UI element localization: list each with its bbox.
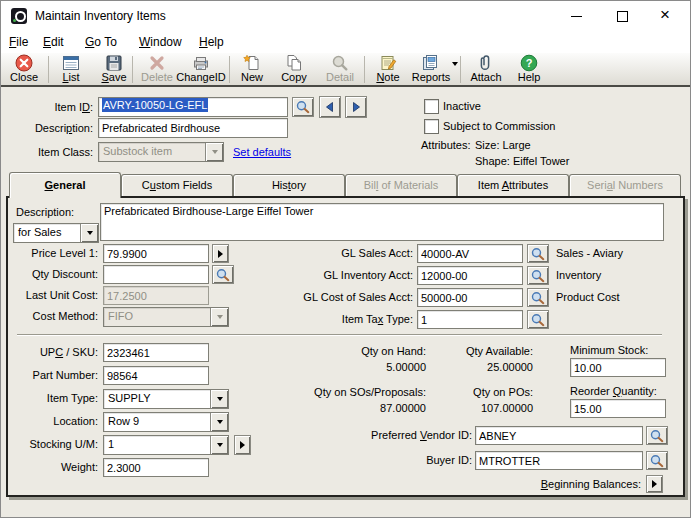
description-input[interactable] (98, 118, 288, 138)
item-class-label: Item Class: (1, 146, 93, 158)
menu-window[interactable]: Window (139, 35, 182, 49)
cost-method-label: Cost Method: (8, 310, 98, 322)
item-type-dropdown[interactable]: SUPPLY (103, 389, 229, 409)
general-tab-panel: Description: for Sales Prefabricated Bir… (6, 196, 685, 497)
toolbar-button-change-id[interactable]: ChangeID (174, 54, 228, 85)
stocking-um-dropdown[interactable]: 1 (103, 435, 229, 455)
item-id-input[interactable]: AVRY-10050-LG-EFL (98, 97, 288, 117)
magnifier-icon (649, 429, 665, 443)
item-class-dropdown: Substock item (98, 142, 224, 162)
upc-sku-label: UPC / SKU: (8, 346, 98, 358)
stocking-um-arrow-button[interactable] (234, 435, 251, 455)
weight-label: Weight: (8, 461, 98, 473)
minimize-icon (571, 16, 582, 17)
tab-item-attributes[interactable]: Item Attributes (457, 174, 569, 196)
save-icon (93, 54, 135, 72)
gl-inventory-acct-label: GL Inventory Acct: (208, 269, 413, 281)
title-bar: Maintain Inventory Items × (1, 1, 690, 31)
last-unit-cost-label: Last Unit Cost: (8, 289, 98, 301)
reports-icon (407, 54, 455, 72)
sales-description-textarea[interactable]: Prefabricated Birdhouse-Large Eiffel Tow… (100, 203, 664, 241)
record-prev-button[interactable] (319, 96, 341, 118)
qty-on-sos-value: 87.00000 (268, 402, 426, 414)
tab-general[interactable]: General (9, 172, 121, 198)
arrow-left-icon (324, 101, 336, 113)
close-window-button[interactable]: × (646, 1, 691, 31)
toolbar-button-help[interactable]: ? Help (509, 54, 549, 85)
item-id-lookup-button[interactable] (292, 97, 314, 117)
toolbar-separator (364, 56, 365, 83)
reorder-quantity-input[interactable] (570, 399, 666, 418)
arrow-right-icon (350, 101, 362, 113)
toolbar-button-save[interactable]: Save (93, 54, 135, 85)
location-label: Location: (8, 415, 98, 427)
item-tax-type-input[interactable] (417, 310, 523, 329)
menu-edit[interactable]: Edit (43, 35, 64, 49)
toolbar-button-delete: Delete (135, 54, 179, 85)
close-icon: × (660, 5, 670, 25)
menu-go-to[interactable]: Go To (85, 35, 117, 49)
buyer-id-lookup-button[interactable] (646, 451, 668, 470)
qty-on-pos-value: 107.00000 (433, 402, 533, 414)
maintain-inventory-items-window: Maintain Inventory Items × File Edit Go … (0, 0, 691, 518)
gl-cost-of-sales-acct-lookup-button[interactable] (527, 288, 549, 307)
beginning-balances-button[interactable] (646, 475, 663, 493)
qty-discount-input[interactable] (103, 265, 209, 284)
toolbar: Close List Save Delete ChangeID New Copy (1, 53, 690, 87)
preferred-vendor-lookup-button[interactable] (646, 426, 668, 445)
toolbar-separator (229, 56, 230, 83)
tab-history[interactable]: History (233, 174, 345, 196)
minimize-button[interactable] (554, 1, 599, 31)
buyer-id-input[interactable] (475, 451, 643, 470)
gl-inventory-acct-lookup-button[interactable] (527, 266, 549, 285)
toolbar-button-detail: Detail (318, 54, 362, 85)
toolbar-button-copy[interactable]: Copy (272, 54, 316, 85)
part-number-label: Part Number: (8, 369, 98, 381)
inactive-checkbox[interactable] (424, 99, 439, 114)
magnifier-icon (649, 454, 665, 468)
menu-bar: File Edit Go To Window Help (1, 31, 690, 53)
item-tax-type-lookup-button[interactable] (527, 310, 549, 329)
tab-bill-of-materials: Bill of Materials (345, 174, 457, 196)
attributes-label: Attributes: (421, 139, 471, 151)
item-id-label: Item ID: (1, 101, 93, 113)
qty-available-label: Qty Available: (433, 345, 533, 357)
maximize-button[interactable] (600, 1, 645, 31)
weight-input[interactable] (103, 458, 209, 477)
gl-inventory-acct-name: Inventory (556, 269, 601, 281)
menu-help[interactable]: Help (199, 35, 224, 49)
gl-cost-of-sales-acct-name: Product Cost (556, 291, 620, 303)
set-defaults-link[interactable]: Set defaults (233, 146, 291, 158)
toolbar-button-attach[interactable]: Attach (463, 54, 509, 85)
toolbar-button-new[interactable]: New (232, 54, 272, 85)
toolbar-button-list[interactable]: List (51, 54, 91, 85)
gl-sales-acct-lookup-button[interactable] (527, 244, 549, 263)
detail-icon (318, 54, 362, 72)
location-dropdown[interactable]: Row 9 (103, 412, 229, 432)
gl-inventory-acct-input[interactable] (417, 266, 523, 285)
item-tax-type-label: Item Tax Type: (208, 313, 413, 325)
toolbar-button-close[interactable]: Close (3, 54, 45, 85)
gl-sales-acct-input[interactable] (417, 244, 523, 263)
tab-custom-fields[interactable]: Custom Fields (121, 174, 233, 196)
stocking-um-label: Stocking U/M: (8, 438, 98, 450)
price-level-1-input[interactable] (103, 244, 209, 263)
part-number-input[interactable] (103, 366, 209, 385)
qty-on-hand-label: Qty on Hand: (268, 345, 426, 357)
upc-sku-input[interactable] (103, 343, 209, 362)
description-mode-dropdown[interactable]: for Sales (13, 223, 99, 243)
help-icon: ? (509, 54, 549, 72)
gl-sales-acct-name: Sales - Aviary (556, 247, 623, 259)
record-next-button[interactable] (345, 96, 367, 118)
delete-icon (135, 54, 179, 72)
chevron-down-icon (205, 143, 223, 161)
minimum-stock-input[interactable] (570, 358, 666, 377)
chevron-down-icon (210, 413, 228, 431)
menu-file[interactable]: File (9, 35, 28, 49)
toolbar-button-note[interactable]: Note (367, 54, 409, 85)
subject-to-commission-checkbox[interactable] (424, 119, 439, 134)
preferred-vendor-id-input[interactable] (475, 426, 643, 445)
qty-available-value: 25.00000 (433, 361, 533, 373)
toolbar-button-reports[interactable]: Reports (407, 54, 455, 85)
gl-cost-of-sales-acct-input[interactable] (417, 288, 523, 307)
